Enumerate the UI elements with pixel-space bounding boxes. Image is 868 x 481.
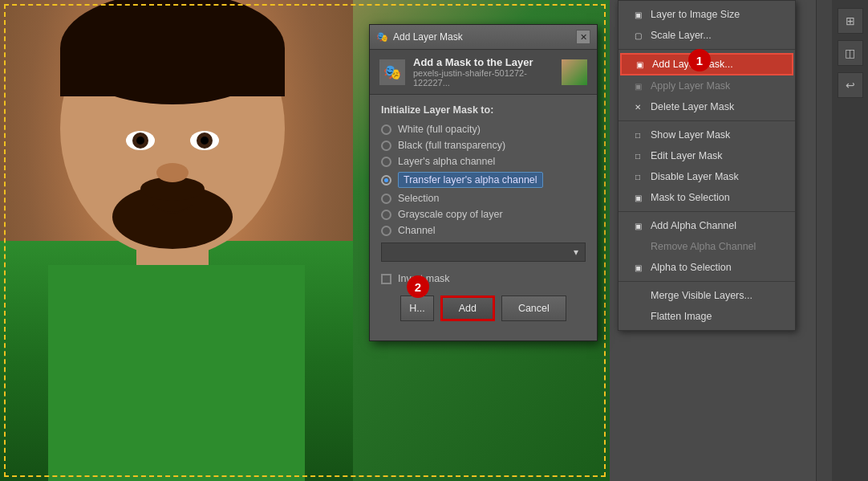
radio-label-layers-alpha: Layer's alpha channel bbox=[398, 156, 495, 167]
radio-label-black: Black (full transparency) bbox=[398, 140, 505, 151]
svg-rect-13 bbox=[48, 265, 305, 481]
menu-separator-4 bbox=[619, 281, 795, 282]
menu-label-delete-layer-mask: Delete Layer Mask bbox=[651, 101, 734, 112]
dialog-titlebar: 🎭 Add Layer Mask ✕ bbox=[370, 25, 597, 50]
radio-black[interactable]: Black (full transparency) bbox=[381, 140, 586, 151]
add-alpha-channel-icon: ▣ bbox=[631, 219, 644, 232]
dialog-header-info: Add a Mask to the Layer pexels-justin-sh… bbox=[413, 56, 554, 88]
menu-item-edit-layer-mask[interactable]: □ Edit Layer Mask bbox=[619, 145, 795, 166]
sidebar-icon-undo[interactable]: ↩ bbox=[838, 72, 863, 98]
dialog-body: Initialize Layer Mask to: White (full op… bbox=[370, 95, 597, 331]
menu-label-alpha-to-selection: Alpha to Selection bbox=[651, 262, 732, 273]
radio-selection[interactable]: Selection bbox=[381, 193, 586, 204]
scale-layer-icon: ▢ bbox=[631, 29, 644, 42]
dialog-title-icon: 🎭 bbox=[376, 31, 388, 43]
menu-item-disable-layer-mask[interactable]: □ Disable Layer Mask bbox=[619, 166, 795, 187]
menu-label-flatten-image: Flatten Image bbox=[651, 311, 712, 322]
right-sidebar: ⊞ ◫ ↩ bbox=[832, 0, 868, 481]
menu-separator-3 bbox=[619, 211, 795, 212]
menu-label-show-layer-mask: Show Layer Mask bbox=[651, 129, 730, 141]
radio-label-grayscale: Grayscale copy of layer bbox=[398, 209, 503, 220]
menu-label-layer-to-image-size: Layer to Image Size bbox=[651, 9, 740, 20]
menu-item-remove-alpha-channel: Remove Alpha Channel bbox=[619, 236, 795, 257]
svg-point-11 bbox=[201, 137, 209, 145]
badge-1: 1 bbox=[688, 49, 711, 71]
dialog-buttons: H... Add Cancel bbox=[381, 296, 586, 321]
radio-white[interactable]: White (full opacity) bbox=[381, 124, 586, 135]
channel-dropdown[interactable]: ▾ bbox=[381, 243, 586, 262]
badge-2: 2 bbox=[407, 275, 429, 298]
layer-to-image-size-icon: ▣ bbox=[631, 8, 644, 21]
radio-circle-channel bbox=[381, 226, 391, 236]
menu-item-flatten-image[interactable]: Flatten Image bbox=[619, 306, 795, 327]
menu-item-show-layer-mask[interactable]: □ Show Layer Mask bbox=[619, 124, 795, 145]
menu-label-apply-layer-mask: Apply Layer Mask bbox=[651, 80, 730, 92]
help-button[interactable]: H... bbox=[400, 296, 433, 321]
radio-label-selection: Selection bbox=[398, 193, 439, 204]
add-layer-mask-icon: ▣ bbox=[633, 58, 646, 71]
dialog-section-label: Initialize Layer Mask to: bbox=[381, 104, 586, 116]
menu-item-apply-layer-mask: ▣ Apply Layer Mask bbox=[619, 75, 795, 96]
menu-label-merge-visible-layers: Merge Visible Layers... bbox=[651, 290, 752, 301]
alpha-to-selection-icon: ▣ bbox=[631, 261, 644, 274]
sidebar-icon-channels[interactable]: ◫ bbox=[838, 40, 863, 66]
sidebar-panel-strip bbox=[816, 0, 832, 481]
edit-layer-mask-icon: □ bbox=[631, 149, 644, 162]
menu-item-add-alpha-channel[interactable]: ▣ Add Alpha Channel bbox=[619, 215, 795, 236]
menu-label-add-alpha-channel: Add Alpha Channel bbox=[651, 220, 736, 231]
dialog-header-thumbnail bbox=[562, 59, 587, 85]
menu-label-edit-layer-mask: Edit Layer Mask bbox=[651, 150, 723, 161]
dialog-title-label: Add Layer Mask bbox=[393, 31, 463, 43]
radio-circle-layers-alpha bbox=[381, 157, 391, 167]
remove-alpha-channel-icon bbox=[631, 240, 644, 253]
menu-label-scale-layer: Scale Layer... bbox=[651, 30, 712, 41]
sidebar-icon-layers[interactable]: ⊞ bbox=[838, 8, 863, 34]
add-button[interactable]: Add bbox=[440, 296, 495, 321]
radio-circle-white bbox=[381, 124, 391, 135]
radio-label-channel: Channel bbox=[398, 225, 436, 236]
apply-layer-mask-icon: ▣ bbox=[631, 79, 644, 92]
svg-point-10 bbox=[136, 137, 144, 145]
dialog-close-button[interactable]: ✕ bbox=[576, 30, 590, 44]
svg-point-12 bbox=[156, 163, 189, 182]
radio-label-transfer-alpha: Transfer layer's alpha channel bbox=[398, 172, 543, 188]
dialog-header-title: Add a Mask to the Layer bbox=[413, 56, 554, 68]
add-layer-mask-dialog: 🎭 Add Layer Mask ✕ 🎭 Add a Mask to the L… bbox=[369, 24, 598, 341]
delete-layer-mask-icon: ✕ bbox=[631, 100, 644, 113]
context-menu: ▣ Layer to Image Size ▢ Scale Layer... ▣… bbox=[618, 0, 796, 331]
menu-separator-2 bbox=[619, 120, 795, 121]
radio-circle-black bbox=[381, 141, 391, 151]
radio-label-white: White (full opacity) bbox=[398, 124, 481, 135]
disable-layer-mask-icon: □ bbox=[631, 170, 644, 183]
radio-circle-grayscale bbox=[381, 210, 391, 220]
menu-label-remove-alpha-channel: Remove Alpha Channel bbox=[651, 241, 756, 252]
radio-channel[interactable]: Channel bbox=[381, 225, 586, 236]
menu-item-merge-visible-layers[interactable]: Merge Visible Layers... bbox=[619, 285, 795, 306]
invert-mask-checkbox[interactable] bbox=[381, 274, 391, 284]
dialog-header: 🎭 Add a Mask to the Layer pexels-justin-… bbox=[370, 50, 597, 95]
menu-label-mask-to-selection: Mask to Selection bbox=[651, 192, 730, 203]
dialog-titlebar-text: 🎭 Add Layer Mask bbox=[376, 31, 463, 43]
menu-item-alpha-to-selection[interactable]: ▣ Alpha to Selection bbox=[619, 257, 795, 278]
menu-item-delete-layer-mask[interactable]: ✕ Delete Layer Mask bbox=[619, 96, 795, 117]
menu-item-layer-to-image-size[interactable]: ▣ Layer to Image Size bbox=[619, 4, 795, 25]
menu-item-scale-layer[interactable]: ▢ Scale Layer... bbox=[619, 25, 795, 46]
radio-transfer-alpha[interactable]: Transfer layer's alpha channel bbox=[381, 172, 586, 188]
menu-item-mask-to-selection[interactable]: ▣ Mask to Selection bbox=[619, 187, 795, 208]
flatten-image-icon bbox=[631, 310, 644, 323]
dialog-header-subtitle: pexels-justin-shaifer-501272-122227... bbox=[413, 68, 554, 88]
svg-rect-3 bbox=[60, 48, 285, 96]
merge-visible-layers-icon bbox=[631, 289, 644, 302]
menu-label-disable-layer-mask: Disable Layer Mask bbox=[651, 171, 739, 182]
radio-circle-selection bbox=[381, 194, 391, 204]
show-layer-mask-icon: □ bbox=[631, 128, 644, 141]
radio-grayscale[interactable]: Grayscale copy of layer bbox=[381, 209, 586, 220]
mask-to-selection-icon: ▣ bbox=[631, 191, 644, 204]
radio-circle-transfer-alpha bbox=[381, 175, 391, 185]
radio-layers-alpha[interactable]: Layer's alpha channel bbox=[381, 156, 586, 167]
channel-dropdown-arrow: ▾ bbox=[574, 247, 578, 258]
menu-separator-1 bbox=[619, 49, 795, 50]
dialog-header-icon: 🎭 bbox=[379, 59, 405, 85]
cancel-button[interactable]: Cancel bbox=[501, 296, 566, 321]
